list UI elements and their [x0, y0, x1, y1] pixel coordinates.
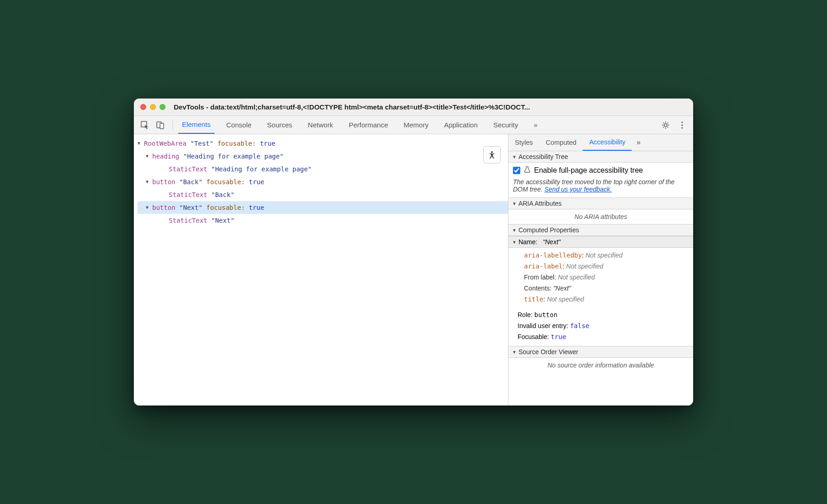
tab-security[interactable]: Security — [490, 116, 522, 134]
tree-attr-val: true — [249, 201, 265, 214]
tree-role: button — [152, 175, 176, 188]
svg-rect-2 — [160, 123, 164, 129]
tree-name: "Heading for example page" — [211, 163, 312, 175]
chevron-down-icon[interactable]: ▼ — [146, 150, 151, 163]
chevron-down-icon[interactable]: ▼ — [512, 154, 517, 159]
source-order-empty: No source order information available — [508, 358, 693, 374]
computed-name-value: "Next" — [543, 238, 561, 246]
tree-attr-key: focusable — [217, 137, 252, 150]
tree-attr-key: focusable — [206, 201, 241, 214]
section-title: ARIA Attributes — [518, 200, 562, 207]
chevron-down-icon[interactable]: ▼ — [512, 240, 517, 245]
computed-name-sources: aria-labelledby: Not specified aria-labe… — [508, 248, 693, 308]
tree-row-static-text[interactable]: ▼ StaticText "Next" — [138, 214, 508, 227]
tab-memory[interactable]: Memory — [400, 116, 432, 134]
section-accessibility-tree[interactable]: ▼ Accessibility Tree — [508, 151, 693, 163]
main-tabs: Elements Console Sources Network Perform… — [178, 116, 656, 134]
tree-row-heading[interactable]: ▼ heading "Heading for example page" — [138, 150, 508, 163]
svg-point-7 — [491, 151, 493, 153]
chevron-down-icon[interactable]: ▼ — [512, 350, 517, 355]
tree-row-button-next[interactable]: ▼ button "Next" focusable: true — [138, 201, 508, 214]
section-aria-attributes[interactable]: ▼ ARIA Attributes — [508, 197, 693, 209]
src-aria-labelledby: aria-labelledby: Not specified — [524, 250, 689, 261]
titlebar: DevTools - data:text/html;charset=utf-8,… — [134, 99, 693, 116]
section-title: Computed Properties — [518, 226, 579, 234]
window-title: DevTools - data:text/html;charset=utf-8,… — [174, 103, 687, 111]
side-tabs: Styles Computed Accessibility » — [508, 134, 693, 151]
gear-icon[interactable] — [659, 119, 672, 131]
tab-application[interactable]: Application — [441, 116, 481, 134]
svg-point-3 — [664, 124, 667, 126]
tree-role: RootWebArea — [144, 137, 187, 150]
tree-row-static-text[interactable]: ▼ StaticText "Heading for example page" — [138, 163, 508, 175]
side-tab-computed[interactable]: Computed — [540, 134, 583, 151]
right-pane: Styles Computed Accessibility » ▼ Access… — [508, 134, 693, 405]
main-toolbar: Elements Console Sources Network Perform… — [134, 116, 693, 134]
tree-role: StaticText — [169, 188, 207, 201]
side-tabs-more-icon[interactable]: » — [632, 138, 645, 147]
enable-fullpage-row: Enable full-page accessibility tree — [508, 163, 693, 176]
tab-sources[interactable]: Sources — [264, 116, 296, 134]
tree-attr-key: focusable — [206, 175, 241, 188]
kebab-icon[interactable] — [676, 119, 689, 131]
tab-console[interactable]: Console — [223, 116, 255, 134]
prop-invalid: Invalid user entry: false — [518, 320, 689, 331]
tree-role: StaticText — [169, 163, 207, 175]
tabs-more-icon[interactable]: » — [530, 116, 541, 134]
src-aria-label: aria-label: Not specified — [524, 261, 689, 272]
prop-role: Role: button — [518, 309, 689, 320]
tree-role: button — [152, 201, 176, 214]
section-computed-properties[interactable]: ▼ Computed Properties — [508, 224, 693, 236]
separator — [172, 120, 173, 131]
section-title: Source Order Viewer — [518, 348, 578, 356]
svg-point-6 — [681, 127, 683, 128]
accessibility-tree-toggle-button[interactable] — [483, 146, 501, 164]
devtools-window: DevTools - data:text/html;charset=utf-8,… — [134, 99, 693, 405]
inspect-icon[interactable] — [138, 119, 151, 131]
tree-role: heading — [152, 150, 179, 163]
enable-fullpage-checkbox[interactable] — [513, 167, 520, 174]
tab-performance[interactable]: Performance — [345, 116, 392, 134]
tab-network[interactable]: Network — [304, 116, 337, 134]
tree-name: "Back" — [211, 188, 235, 201]
section-source-order[interactable]: ▼ Source Order Viewer — [508, 346, 693, 358]
content: ▼ RootWebArea "Test" focusable: true ▼ h… — [134, 134, 693, 405]
tree-name: "Test" — [190, 137, 214, 150]
chevron-down-icon[interactable]: ▼ — [138, 137, 143, 150]
close-icon[interactable] — [140, 104, 146, 110]
chevron-down-icon[interactable]: ▼ — [146, 175, 151, 188]
device-toolbar-icon[interactable] — [154, 119, 167, 131]
tree-row-static-text[interactable]: ▼ StaticText "Back" — [138, 188, 508, 201]
chevron-down-icon[interactable]: ▼ — [146, 201, 151, 214]
chevron-down-icon[interactable]: ▼ — [512, 228, 517, 233]
computed-name-row[interactable]: ▼ Name: "Next" — [508, 236, 693, 248]
tree-moved-message: The accessibility tree moved to the top … — [508, 176, 693, 197]
enable-fullpage-label: Enable full-page accessibility tree — [534, 166, 643, 175]
toolbar-right — [659, 119, 689, 131]
tree-row-root[interactable]: ▼ RootWebArea "Test" focusable: true — [138, 137, 508, 150]
tree-name: "Next" — [179, 201, 203, 214]
computed-name-label: Name: — [518, 238, 537, 246]
section-title: Accessibility Tree — [518, 153, 568, 160]
src-contents: Contents: "Next" — [524, 283, 689, 294]
tree-row-button-back[interactable]: ▼ button "Back" focusable: true — [138, 175, 508, 188]
minimize-icon[interactable] — [150, 104, 156, 110]
computed-other-props: Role: button Invalid user entry: false F… — [508, 308, 693, 346]
chevron-down-icon[interactable]: ▼ — [512, 201, 517, 206]
feedback-link[interactable]: Send us your feedback. — [544, 186, 612, 193]
svg-point-4 — [681, 121, 683, 123]
side-tab-styles[interactable]: Styles — [508, 134, 540, 151]
tree-attr-val: true — [260, 137, 276, 150]
flask-icon — [524, 166, 530, 175]
tree-name: "Next" — [211, 214, 235, 227]
aria-empty: No ARIA attributes — [508, 209, 693, 224]
side-tab-accessibility[interactable]: Accessibility — [583, 134, 632, 151]
src-title: title: Not specified — [524, 294, 689, 305]
src-from-label: From label: Not specified — [524, 272, 689, 283]
tree-name: "Back" — [179, 175, 203, 188]
tab-elements[interactable]: Elements — [178, 116, 215, 134]
accessibility-tree-pane: ▼ RootWebArea "Test" focusable: true ▼ h… — [134, 134, 508, 405]
window-controls — [140, 104, 165, 110]
maximize-icon[interactable] — [160, 104, 165, 110]
tree-attr-val: true — [249, 175, 265, 188]
